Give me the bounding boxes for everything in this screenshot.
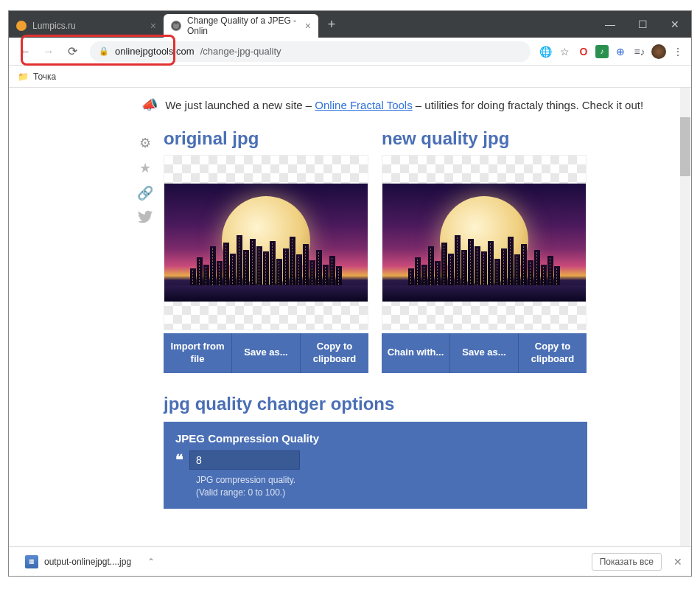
lock-icon: 🔒 [99,46,109,56]
new-tab-button[interactable]: + [321,14,342,35]
original-title: original jpg [164,128,368,149]
options-heading: jpg quality changer options [164,394,691,414]
save-as-button[interactable]: Save as... [232,333,301,373]
chevron-up-icon[interactable]: ⌃ [147,557,155,567]
forward-button[interactable]: → [38,41,59,62]
announce-post: – utilities for doing fractaly things. C… [413,99,643,111]
tab-title: Change Quality of a JPEG - Onlin [187,15,299,36]
favicon-tool [171,21,181,31]
help-line-2: (Valid range: 0 to 100.) [196,487,575,499]
announce-pre: We just launched a new site – [165,99,315,111]
close-tab-icon[interactable]: × [150,20,156,32]
megaphone-icon: 📣 [141,97,158,112]
quote-icon: ❝ [175,451,183,469]
side-tools: ⚙ ★ 🔗 [134,135,156,223]
help-line-1: JPG compression quality. [196,474,575,487]
maximize-button[interactable]: ☐ [626,11,659,38]
url-domain: onlinejpgtools.com [115,46,195,57]
options-section: jpg quality changer options JPEG Compres… [164,394,691,509]
ext-green-icon[interactable]: ♪ [595,45,609,58]
result-title: new quality jpg [382,128,587,149]
menu-icon[interactable]: ⋮ [671,44,685,59]
gear-icon[interactable]: ⚙ [139,135,151,151]
avatar-icon[interactable] [651,44,666,59]
bookmark-item[interactable]: Точка [33,72,56,82]
svg-rect-1 [175,22,177,24]
scrollbar-thumb[interactable] [680,117,690,176]
star-tool-icon[interactable]: ★ [139,160,151,176]
close-window-button[interactable]: ✕ [659,11,691,38]
link-tool-icon[interactable]: 🔗 [137,185,153,201]
original-canvas[interactable] [164,155,368,330]
close-dlbar-icon[interactable]: ✕ [673,556,682,568]
close-tab-icon[interactable]: × [305,20,311,32]
translate-icon[interactable]: 🌐 [538,44,553,59]
chain-button[interactable]: Chain with... [382,333,450,373]
bookmarks-bar: 📁 Точка [9,66,691,88]
tab-onlinejpgtools[interactable]: Change Quality of a JPEG - Onlin × [164,14,318,38]
download-bar: ▦ output-onlinejpgt....jpg ⌃ Показать вс… [9,546,691,576]
download-filename: output-onlinejpgt....jpg [44,557,131,567]
options-sub: JPEG Compression Quality [175,432,575,445]
result-canvas[interactable] [382,155,587,330]
ext-blue-icon[interactable]: ⊕ [613,44,628,59]
playlist-icon[interactable]: ≡♪ [632,44,647,59]
address-bar: ← → ⟳ 🔒 onlinejpgtools.com/change-jpg-qu… [9,38,691,66]
favicon-lumpics [16,21,27,31]
save-as-button-2[interactable]: Save as... [450,333,519,373]
result-image [382,184,586,302]
minimize-button[interactable]: — [594,11,626,38]
copy-clipboard-button-2[interactable]: Copy to clipboard [519,333,587,373]
url-path: /change-jpg-quality [200,46,281,57]
announce-link[interactable]: Online Fractal Tools [315,99,412,111]
copy-clipboard-button[interactable]: Copy to clipboard [301,333,368,373]
original-image [164,184,368,302]
result-panel: new quality jpg Chain with... Save as... [382,128,587,373]
twitter-icon[interactable] [138,210,153,223]
announcement: 📣 We just launched a new site – Online F… [134,88,691,128]
opera-ext-icon[interactable]: O [576,44,591,59]
reload-button[interactable]: ⟳ [62,41,83,62]
import-button[interactable]: Import from file [164,333,232,373]
file-icon: ▦ [25,555,38,568]
folder-icon: 📁 [18,72,29,82]
back-button[interactable]: ← [15,41,35,62]
tab-lumpics[interactable]: Lumpics.ru × [9,14,164,38]
download-item[interactable]: ▦ output-onlinejpgt....jpg ⌃ [18,552,162,571]
show-all-downloads[interactable]: Показать все [592,553,662,571]
original-panel: original jpg Import from file Save as... [164,128,368,373]
tab-title: Lumpics.ru [32,21,76,31]
quality-input[interactable] [189,450,300,470]
url-input[interactable]: 🔒 onlinejpgtools.com/change-jpg-quality [90,41,531,62]
titlebar: Lumpics.ru × Change Quality of a JPEG - … [9,11,691,38]
page-content: 📣 We just launched a new site – Online F… [9,88,691,576]
star-icon[interactable]: ☆ [557,44,572,59]
